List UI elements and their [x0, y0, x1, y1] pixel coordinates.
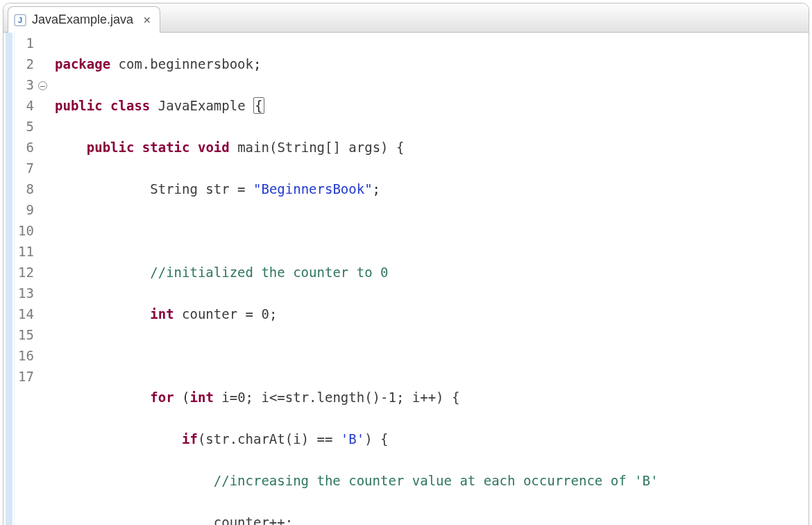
line-number-gutter: 1 2 3 4 5 6 7 8 9 10 11 12 13 14 15 16 1… — [15, 33, 38, 525]
close-icon[interactable]: ✕ — [143, 15, 150, 26]
source-code[interactable]: package com.beginnersbook; public class … — [52, 33, 809, 525]
matching-brace: { — [253, 97, 264, 114]
fold-gutter — [38, 33, 52, 525]
editor-tab-javaexample[interactable]: J JavaExample.java ✕ — [8, 6, 160, 33]
svg-text:J: J — [18, 16, 22, 24]
change-marker-strip — [3, 33, 15, 525]
editor-tabbar: J JavaExample.java ✕ — [3, 3, 809, 33]
java-file-icon: J — [14, 14, 26, 26]
editor-frame: J JavaExample.java ✕ 1 2 3 4 5 6 7 8 9 1… — [3, 3, 809, 525]
code-area[interactable]: 1 2 3 4 5 6 7 8 9 10 11 12 13 14 15 16 1… — [3, 33, 809, 525]
editor-tab-label: JavaExample.java — [32, 12, 133, 27]
fold-icon[interactable] — [38, 81, 47, 90]
